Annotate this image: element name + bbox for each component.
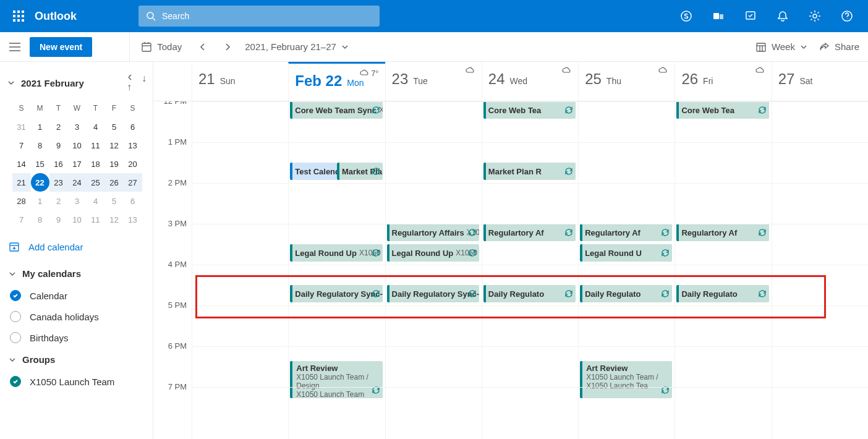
groups-section[interactable]: Groups	[6, 348, 148, 371]
calendar-event[interactable]: Art ReviewX1050 Launch Team / DesignX105…	[290, 361, 382, 398]
calendar-checkbox[interactable]	[10, 376, 21, 387]
minical-day[interactable]: 12	[105, 210, 124, 229]
minical-day[interactable]: 19	[105, 155, 124, 173]
minical-day[interactable]: 9	[49, 210, 68, 229]
my-calendars-section[interactable]: My calendars	[6, 262, 148, 285]
day-header[interactable]: 27Sat	[772, 62, 868, 101]
day-column[interactable]	[192, 101, 288, 439]
calendar-event[interactable]: Daily Regulatory Sync-U	[387, 285, 479, 302]
skype-icon[interactable]	[671, 1, 701, 31]
minical-day[interactable]: 6	[124, 117, 142, 136]
minical-day[interactable]: 21	[12, 173, 31, 192]
search-box[interactable]	[138, 6, 380, 27]
day-column[interactable]: Regulartory AfLegal Round UDaily Regulat…	[578, 101, 674, 439]
day-header[interactable]: 23Tue	[385, 62, 482, 101]
minical-day[interactable]: 8	[31, 210, 49, 229]
calendar-checkbox[interactable]	[10, 290, 21, 301]
add-calendar-button[interactable]: Add calendar	[6, 229, 148, 262]
app-launcher-icon[interactable]	[6, 4, 31, 28]
calendar-event[interactable]: Core Web Tea	[483, 101, 576, 119]
minical-day[interactable]: 1	[31, 117, 49, 136]
calendar-event[interactable]: Test Calendar	[290, 163, 337, 180]
calendar-event[interactable]: Legal Round U	[580, 244, 672, 262]
day-header[interactable]: 24Wed	[482, 62, 578, 101]
calendar-item[interactable]: X1050 Launch Team	[6, 371, 148, 392]
minical-day[interactable]: 16	[49, 155, 68, 173]
minical-day[interactable]: 25	[87, 173, 105, 192]
minical-next-button[interactable]: ↓	[142, 73, 147, 93]
calendar-event[interactable]: Market Plan R	[483, 163, 576, 180]
share-button[interactable]: Share	[819, 41, 859, 53]
minical-day[interactable]: 10	[68, 210, 87, 229]
minical-day[interactable]: 9	[49, 136, 68, 155]
calendar-event[interactable]: Legal Round UpX1050 Launch	[290, 244, 382, 262]
calendar-item[interactable]: Calendar	[6, 285, 148, 306]
minical-day[interactable]: 4	[87, 192, 105, 210]
minical-day[interactable]: 2	[49, 192, 68, 210]
day-column[interactable]: Core Web TeaRegulartory AfDaily Regulato	[674, 101, 771, 439]
minical-day[interactable]: 11	[87, 136, 105, 155]
minical-day[interactable]: 13	[124, 136, 142, 155]
minical-day[interactable]: 8	[31, 136, 49, 155]
minical-day[interactable]: 11	[87, 210, 105, 229]
calendar-event[interactable]: Regulartory Af	[483, 224, 576, 241]
calendar-event[interactable]: Daily Regulatory Sync-UpCc	[290, 285, 382, 302]
day-header[interactable]: 26Fri	[674, 62, 771, 101]
day-column[interactable]	[772, 101, 868, 439]
minical-day[interactable]: 14	[12, 155, 31, 173]
notifications-icon[interactable]	[768, 1, 798, 31]
calendar-item[interactable]: Canada holidays	[6, 306, 148, 327]
minical-day[interactable]: 1	[31, 192, 49, 210]
calendar-event[interactable]: Daily Regulato	[580, 285, 672, 302]
calendar-event[interactable]: Daily Regulato	[676, 285, 768, 302]
view-selector[interactable]: Week	[755, 41, 807, 53]
calendar-event[interactable]: Core Web Tea	[676, 101, 768, 119]
minical-day[interactable]: 26	[105, 173, 124, 192]
minical-day[interactable]: 7	[12, 210, 31, 229]
minical-day[interactable]: 12	[105, 136, 124, 155]
minical-day[interactable]: 6	[124, 192, 142, 210]
prev-week-button[interactable]	[190, 42, 215, 52]
calendar-event[interactable]: Market Plan	[337, 163, 383, 180]
minical-day[interactable]: 27	[124, 173, 142, 192]
teams-icon[interactable]	[704, 1, 733, 31]
settings-icon[interactable]	[800, 1, 830, 31]
minical-day[interactable]: 31	[12, 117, 31, 136]
minical-day[interactable]: 17	[68, 155, 87, 173]
calendar-event[interactable]: Regulartory Af	[580, 224, 672, 241]
calendar-event[interactable]: Regulartory Af	[676, 224, 768, 241]
minical-day[interactable]: 5	[105, 117, 124, 136]
day-header[interactable]: 21Sun	[192, 62, 288, 101]
minical-day[interactable]: 2	[49, 117, 68, 136]
calendar-item[interactable]: Birthdays	[6, 327, 148, 348]
day-header[interactable]: Feb 22Mon7°	[288, 62, 385, 101]
minical-day[interactable]: 23	[49, 173, 68, 192]
minical-day[interactable]: 13	[124, 210, 142, 229]
day-column[interactable]: Regulartory AffairsX105Legal Round UpX10…	[385, 101, 482, 439]
calendar-event[interactable]: Legal Round UpX1050 L	[387, 244, 479, 262]
tips-icon[interactable]	[736, 1, 765, 31]
calendar-event[interactable]: Daily Regulato	[483, 285, 576, 302]
date-range-picker[interactable]: 2021, February 21–27	[245, 41, 349, 52]
new-event-button[interactable]: New event	[30, 37, 92, 57]
today-button[interactable]: Today	[132, 41, 190, 53]
minical-day[interactable]: 3	[68, 117, 87, 136]
minical-day[interactable]: 7	[12, 136, 31, 155]
minical-day[interactable]: 22	[31, 173, 49, 192]
minical-day[interactable]: 20	[124, 155, 142, 173]
menu-toggle-icon[interactable]	[0, 43, 30, 51]
next-week-button[interactable]	[215, 42, 240, 52]
search-input[interactable]	[162, 11, 372, 21]
calendar-checkbox[interactable]	[10, 332, 21, 343]
minical-day[interactable]: 10	[68, 136, 87, 155]
day-header[interactable]: 25Thu	[578, 62, 674, 101]
minical-day[interactable]: 3	[68, 192, 87, 210]
help-icon[interactable]	[832, 1, 862, 31]
minical-day[interactable]: 18	[87, 155, 105, 173]
day-column[interactable]: Core Web Team SyncX1050 LTest CalendarMa…	[288, 101, 385, 439]
minical-day[interactable]: 15	[31, 155, 49, 173]
minical-day[interactable]: 4	[87, 117, 105, 136]
calendar-checkbox[interactable]	[10, 311, 21, 322]
day-column[interactable]: Core Web TeaMarket Plan RRegulartory AfD…	[482, 101, 578, 439]
chevron-down-icon[interactable]	[7, 79, 15, 87]
